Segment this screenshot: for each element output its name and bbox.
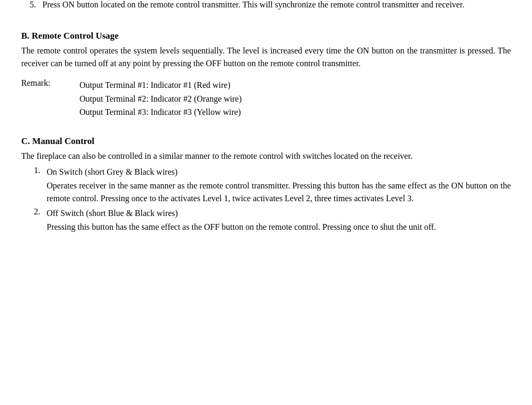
list-item-2-number: 2. [21, 207, 47, 217]
remark-block: Remark: Output Terminal #1: Indicator #1… [21, 78, 511, 119]
remark-item-1: Output Terminal #1: Indicator #1 (Red wi… [79, 78, 511, 92]
list-item-1: 1. On Switch (short Grey & Black wires) … [21, 166, 511, 205]
remark-item-3: Output Terminal #3: Indicator #3 (Yellow… [79, 105, 511, 119]
gap-2 [21, 128, 511, 136]
remark-items: Output Terminal #1: Indicator #1 (Red wi… [79, 78, 511, 119]
list-item-1-number: 1. [21, 166, 47, 175]
step-5-text: Press ON button located on the remote co… [42, 0, 511, 10]
step-5: 5. Press ON button located on the remote… [21, 0, 511, 10]
list-block: 1. On Switch (short Grey & Black wires) … [21, 166, 511, 233]
gap-1 [21, 14, 511, 31]
section-c-title: C. Manual Control [21, 136, 511, 147]
section-b: B. Remote Control Usage The remote contr… [21, 31, 511, 119]
list-item-2-desc: Pressing this button has the same effect… [47, 221, 511, 233]
remark-item-2: Output Terminal #2: Indicator #2 (Orange… [79, 92, 511, 106]
section-c: C. Manual Control The fireplace can also… [21, 136, 511, 233]
list-item-1-desc: Operates receiver in the same manner as … [47, 179, 511, 205]
section-b-para1: The remote control operates the system l… [21, 44, 511, 70]
list-item-2-content: Off Switch (short Blue & Black wires) Pr… [47, 207, 511, 233]
section-c-para1: The fireplace can also be controlled in … [21, 150, 511, 163]
list-item-1-content: On Switch (short Grey & Black wires) Ope… [47, 166, 511, 205]
remark-label: Remark: [21, 78, 79, 119]
list-item-2: 2. Off Switch (short Blue & Black wires)… [21, 207, 511, 233]
main-content: 5. Press ON button located on the remote… [21, 0, 511, 233]
list-item-2-title: Off Switch (short Blue & Black wires) [47, 207, 511, 220]
step-5-number: 5. [21, 0, 42, 10]
list-item-1-title: On Switch (short Grey & Black wires) [47, 166, 511, 178]
section-b-title: B. Remote Control Usage [21, 31, 511, 41]
